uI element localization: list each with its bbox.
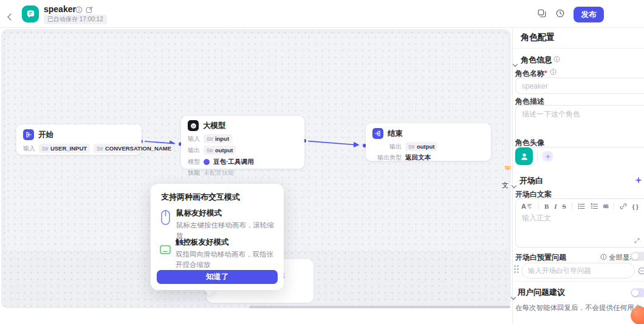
sidebar-title: 角色配置 — [521, 32, 555, 43]
llm-model-value: 豆包·工具调用 — [213, 158, 254, 166]
param-pill[interactable]: Str output — [405, 142, 437, 151]
role-name-label-text: 角色名称 — [515, 69, 544, 78]
drag-handle[interactable] — [514, 265, 516, 267]
text-style-icon[interactable]: A — [521, 203, 533, 210]
trackpad-mode-title: 触控板友好模式 — [176, 237, 276, 248]
collapse-suggestion-icon[interactable] — [512, 291, 515, 302]
param-name: output — [215, 147, 233, 154]
divider — [512, 281, 644, 282]
llm-input-label: 输入 — [188, 135, 200, 143]
model-icon — [204, 159, 210, 165]
node-end[interactable]: 结束 输出 Str output 输出类型 返回文本 — [366, 123, 491, 161]
info-icon[interactable] — [600, 254, 607, 260]
preset-question-input[interactable] — [521, 263, 635, 278]
param-name: output — [417, 143, 435, 150]
got-it-button[interactable]: 知道了 — [157, 270, 278, 284]
editor-toolbar: A B I S 66 { } — [516, 199, 644, 210]
type-badge: Str — [42, 146, 49, 152]
section-suggestion: 用户问题建议 — [518, 287, 565, 298]
section-role-info: 角色信息 — [521, 55, 552, 66]
avatar[interactable] — [515, 147, 533, 165]
node-llm[interactable]: 大模型 输入 Str input 输出 Str output 模型 豆包·工具调… — [181, 116, 304, 169]
end-output-type-value: 返回文本 — [405, 154, 431, 162]
param-pill[interactable]: Str input — [204, 134, 232, 143]
start-node-title: 开始 — [38, 130, 53, 140]
opening-editor-placeholder[interactable]: 输入正文 — [516, 210, 644, 226]
history-icon[interactable] — [555, 8, 565, 18]
llm-node-title: 大模型 — [203, 121, 226, 131]
clipped-canvas-tag: tip — [503, 164, 513, 170]
collapse-role-info-icon[interactable] — [513, 58, 517, 69]
param-pill[interactable]: Str output — [204, 146, 236, 155]
preset-questions-label: 开场白预置问题 — [515, 252, 566, 263]
divider — [537, 151, 538, 161]
quote-icon[interactable]: 66 — [603, 203, 608, 209]
opening-text-editor[interactable]: A B I S 66 { } 输入正文 — [515, 198, 644, 248]
text-style-label: A — [521, 203, 526, 210]
trackpad-mode-item: 触控板友好模式 双指同向滑动移动画布，双指张开捏合缩放 — [160, 237, 276, 269]
role-name-input[interactable] — [515, 78, 644, 94]
link-icon[interactable] — [620, 203, 627, 210]
clipped-canvas-text: 文 — [502, 181, 509, 190]
app-logo — [22, 5, 39, 22]
divider — [538, 203, 539, 210]
collapse-opening-icon[interactable] — [512, 179, 516, 190]
param-name: CONVERSATION_NAME — [105, 145, 171, 152]
end-node-icon — [372, 128, 383, 139]
end-node-title: 结束 — [388, 129, 403, 139]
publish-button[interactable]: 发布 — [574, 7, 604, 22]
param-name: USER_INPUT — [50, 145, 87, 152]
trackpad-mode-desc: 双指同向滑动移动画布，双指张开捏合缩放 — [176, 249, 276, 269]
edit-icon[interactable] — [86, 6, 93, 13]
section-opening: 开场白 — [519, 175, 543, 186]
divider — [512, 48, 644, 49]
bullet-list-icon[interactable] — [578, 203, 585, 210]
type-badge: Str — [97, 146, 103, 152]
llm-model-label: 模型 — [188, 158, 200, 166]
bold-icon[interactable]: B — [544, 203, 549, 210]
strikethrough-icon[interactable]: S — [563, 203, 566, 210]
info-icon[interactable] — [550, 69, 557, 75]
llm-skill-label: 技能 — [188, 169, 200, 177]
info-icon[interactable] — [553, 56, 560, 62]
mouse-mode-title: 鼠标友好模式 — [176, 208, 275, 218]
info-icon[interactable] — [75, 6, 83, 13]
back-button[interactable] — [9, 11, 13, 22]
mouse-icon — [161, 208, 170, 240]
suggestion-description: 在每次智能体回复后，不会提供任何用户问题建议 — [515, 303, 642, 312]
start-node-icon — [23, 129, 34, 140]
start-input-label: 输入 — [23, 144, 35, 153]
end-output-type-label: 输出类型 — [372, 154, 402, 162]
mouse-mode-item: 鼠标友好模式 鼠标左键按住移动画布，滚轮缩放 — [161, 208, 275, 240]
italic-icon[interactable]: I — [554, 203, 557, 210]
remove-question-icon[interactable] — [638, 267, 644, 275]
ordered-list-icon[interactable] — [591, 203, 598, 210]
assistant-fab[interactable] — [631, 306, 644, 324]
llm-output-label: 输出 — [188, 146, 200, 155]
divider — [614, 203, 614, 210]
duplicate-icon[interactable] — [537, 8, 547, 18]
interaction-mode-modal: 支持两种画布交互模式 鼠标友好模式 鼠标左键按住移动画布，滚轮缩放 触控板友好模… — [151, 184, 284, 290]
code-icon[interactable]: { } — [632, 203, 639, 210]
avatar-label: 角色头像 — [515, 138, 544, 148]
end-output-label: 输出 — [372, 143, 402, 151]
show-all-toggle[interactable] — [631, 252, 644, 261]
ai-generate-opening-icon[interactable] — [635, 177, 642, 184]
type-badge: Str — [207, 147, 213, 154]
llm-node-icon — [188, 120, 199, 131]
canvas-horizontal-scrollbar[interactable] — [249, 306, 510, 308]
required-mark: * — [544, 69, 547, 78]
modal-title: 支持两种画布交互模式 — [161, 192, 240, 203]
autosave-status: 已自动保存 17:00:12 — [44, 15, 107, 24]
ai-generate-avatar-button[interactable] — [543, 151, 553, 161]
param-pill[interactable]: Str CONVERSATION_NAME — [94, 144, 174, 153]
type-badge: Str — [207, 136, 213, 142]
param-pill[interactable]: Str USER_INPUT — [39, 144, 90, 153]
suggestion-toggle[interactable] — [631, 288, 644, 297]
agent-title: speaker — [44, 4, 76, 14]
type-badge: Str — [408, 144, 415, 150]
param-name: input — [215, 135, 229, 142]
llm-skill-value: 未配置技能 — [204, 169, 234, 177]
expand-icon[interactable] — [634, 237, 640, 244]
node-start[interactable]: 开始 输入 Str USER_INPUT Str CONVERSATION_NA… — [16, 124, 142, 155]
